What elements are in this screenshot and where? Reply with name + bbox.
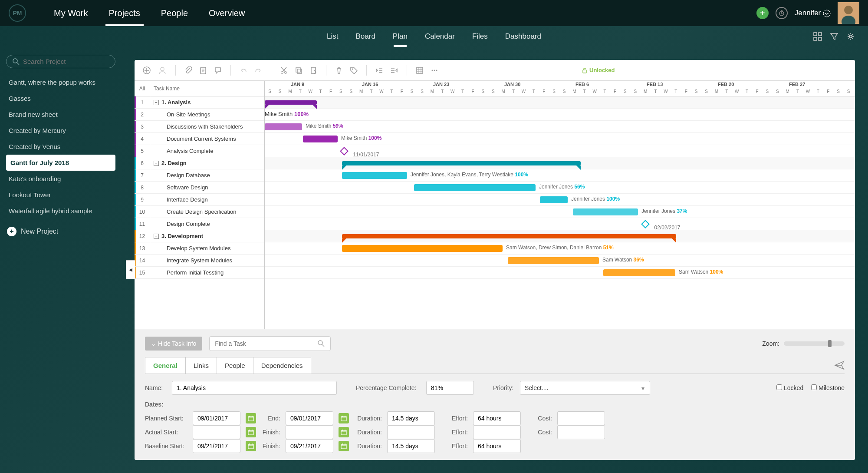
calendar-icon[interactable] [246,427,256,437]
task-bar[interactable]: Mike Smith 59% [265,123,302,130]
task-row[interactable]: 14 Integrate System Modules [135,255,264,267]
attach-icon[interactable] [184,66,192,74]
subnav-list[interactable]: List [318,26,347,47]
nav-my-work[interactable]: My Work [43,0,99,26]
indent-icon[interactable] [390,66,398,74]
date-input[interactable] [286,425,333,439]
subnav-dashboard[interactable]: Dashboard [496,26,550,47]
user-menu[interactable]: Jennifer [795,9,831,17]
copy-icon[interactable] [295,66,302,74]
calendar-icon[interactable] [246,413,256,423]
timeline-column[interactable]: JAN 9JAN 16JAN 23JAN 30FEB 6FEB 13FEB 20… [265,81,855,329]
task-row[interactable]: 6 − 2. Design [135,157,264,169]
task-row[interactable]: 4 Document Current Systems [135,133,264,145]
undo-icon[interactable] [240,66,247,74]
task-row[interactable]: 1 − 1. Analysis [135,96,264,109]
task-bar[interactable]: Jennifer Jones 37% [573,208,638,215]
gear-icon[interactable] [846,32,855,41]
outdent-icon[interactable] [375,66,383,74]
duration-input[interactable] [387,425,435,439]
subnav-files[interactable]: Files [464,26,496,47]
task-row[interactable]: 13 Develop System Modules [135,242,264,255]
collapse-icon[interactable]: − [154,161,159,166]
more-icon[interactable] [431,66,438,74]
project-item[interactable]: Created by Venus [6,139,115,155]
lock-status[interactable]: Unlocked [582,67,615,73]
pct-field[interactable] [426,381,474,395]
task-bar[interactable]: Mike Smith 100% [303,136,338,142]
project-item[interactable]: Lookout Tower [6,187,115,203]
tab-dependencies[interactable]: Dependencies [253,357,311,374]
filter-icon[interactable] [830,32,838,41]
subnav-calendar[interactable]: Calendar [416,26,464,47]
date-input[interactable] [193,439,240,453]
task-row[interactable]: 9 Interface Design [135,194,264,206]
paste-icon[interactable] [309,66,317,74]
collapse-icon[interactable]: − [154,100,159,105]
tab-people[interactable]: People [217,357,253,374]
effort-input[interactable] [473,439,521,453]
calendar-icon[interactable] [339,413,349,423]
redo-icon[interactable] [254,66,262,74]
project-item[interactable]: Kate's onboarding [6,171,115,187]
date-input[interactable] [193,425,240,439]
task-row[interactable]: 10 Create Design Specification [135,206,264,218]
send-icon[interactable] [834,360,845,370]
task-row[interactable]: 12 − 3. Development [135,230,264,242]
task-bar[interactable]: Jennifer Jones, Kayla Evans, Terry Westl… [342,172,407,179]
tab-links[interactable]: Links [185,357,217,374]
project-item[interactable]: Brand new sheet [6,106,115,122]
name-field[interactable] [172,381,337,395]
hide-task-info-button[interactable]: ⌄ Hide Task Info [145,337,202,351]
note-icon[interactable] [199,66,207,74]
search-input[interactable] [23,58,109,65]
cost-input[interactable] [557,411,605,425]
columns-icon[interactable] [416,66,424,74]
task-bar[interactable]: Sam Watson 36% [508,257,599,264]
locked-checkbox[interactable]: Locked [776,384,803,391]
summary-bar[interactable] [265,100,317,105]
tab-general[interactable]: General [145,357,186,374]
task-row[interactable]: 11 Design Complete [135,218,264,230]
add-button[interactable]: + [756,7,769,19]
cut-icon[interactable] [280,66,288,74]
delete-icon[interactable] [335,66,343,74]
project-item[interactable]: Gasses [6,90,115,106]
task-row[interactable]: 15 Perform Initial Tessting [135,267,264,279]
zoom-slider[interactable] [784,341,845,346]
calendar-icon[interactable] [339,441,349,451]
subnav-board[interactable]: Board [347,26,384,47]
calendar-icon[interactable] [339,427,349,437]
project-item[interactable]: Gantt, where the popup works [6,74,115,90]
task-bar[interactable]: Jennifer Jones 100% [540,196,568,203]
project-item[interactable]: Waterfall agile hybrid sample [6,203,115,219]
summary-bar[interactable] [342,234,676,238]
grid-view-icon[interactable] [813,32,822,41]
milestone-marker[interactable]: 02/02/2017 [641,220,650,228]
duration-input[interactable] [387,411,435,425]
project-item[interactable]: Created by Mercury [6,122,115,139]
milestone-marker[interactable]: 11/01/2017 [340,147,349,155]
nav-people[interactable]: People [151,0,198,26]
task-bar[interactable]: Jennifer Jones 56% [414,184,536,191]
duration-input[interactable] [387,439,435,453]
date-input[interactable] [286,439,333,453]
project-item[interactable]: Gantt for July 2018 [6,155,115,171]
task-bar[interactable]: Sam Watson 100% [603,269,675,276]
effort-input[interactable] [473,411,521,425]
tag-icon[interactable] [350,66,358,74]
task-row[interactable]: 7 Design Database [135,169,264,182]
collapse-sidebar-handle[interactable]: ◂ [126,260,135,279]
summary-bar[interactable] [342,161,581,165]
add-task-icon[interactable] [142,66,151,75]
task-row[interactable]: 3 Discussions with Stakeholders [135,121,264,133]
priority-select[interactable]: Select.... [520,381,650,395]
collapse-icon[interactable]: − [154,234,159,239]
select-all[interactable]: All [135,81,150,96]
subnav-plan[interactable]: Plan [384,26,416,47]
calendar-icon[interactable] [246,441,256,451]
task-row[interactable]: 8 Software Design [135,182,264,194]
assign-icon[interactable] [158,66,167,75]
cost-input[interactable] [557,425,605,439]
milestone-checkbox[interactable]: Milestone [811,384,845,391]
